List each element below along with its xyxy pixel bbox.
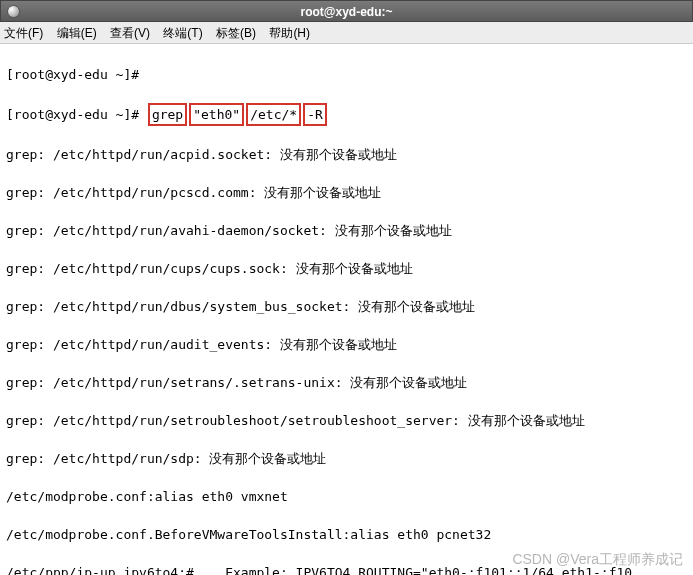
menubar: 文件(F) 编辑(E) 查看(V) 终端(T) 标签(B) 帮助(H) xyxy=(0,22,693,44)
window-icon xyxy=(7,5,20,18)
error-line: grep: /etc/httpd/run/avahi-daemon/socket… xyxy=(6,221,687,240)
menu-terminal[interactable]: 终端(T) xyxy=(163,26,202,40)
menu-tabs[interactable]: 标签(B) xyxy=(216,26,256,40)
error-line: grep: /etc/httpd/run/pcscd.comm: 没有那个设备或… xyxy=(6,183,687,202)
window-titlebar: root@xyd-edu:~ xyxy=(0,0,693,22)
menu-file[interactable]: 文件(F) xyxy=(4,26,43,40)
error-line: grep: /etc/httpd/run/cups/cups.sock: 没有那… xyxy=(6,259,687,278)
error-line: grep: /etc/httpd/run/acpid.socket: 没有那个设… xyxy=(6,145,687,164)
cmd-dir: /etc/* xyxy=(246,103,301,126)
cmd-flag: -R xyxy=(303,103,327,126)
output-line: /etc/ppp/ip-up.ipv6to4:# Example: IPV6TO… xyxy=(6,563,687,575)
prompt-line-empty: [root@xyd-edu ~]# xyxy=(6,65,687,84)
cmd-pattern: "eth0" xyxy=(189,103,244,126)
output-line: /etc/modprobe.conf.BeforeVMwareToolsInst… xyxy=(6,525,687,544)
window-title: root@xyd-edu:~ xyxy=(300,5,392,19)
command-line: [root@xyd-edu ~]# grep"eth0"/etc/*-R xyxy=(6,103,687,126)
menu-edit[interactable]: 编辑(E) xyxy=(57,26,97,40)
output-line: /etc/modprobe.conf:alias eth0 vmxnet xyxy=(6,487,687,506)
error-line: grep: /etc/httpd/run/dbus/system_bus_soc… xyxy=(6,297,687,316)
error-line: grep: /etc/httpd/run/sdp: 没有那个设备或地址 xyxy=(6,449,687,468)
cmd-grep: grep xyxy=(148,103,187,126)
terminal-area[interactable]: [root@xyd-edu ~]# [root@xyd-edu ~]# grep… xyxy=(0,44,693,575)
error-line: grep: /etc/httpd/run/audit_events: 没有那个设… xyxy=(6,335,687,354)
menu-help[interactable]: 帮助(H) xyxy=(269,26,310,40)
error-line: grep: /etc/httpd/run/setroubleshoot/setr… xyxy=(6,411,687,430)
error-line: grep: /etc/httpd/run/setrans/.setrans-un… xyxy=(6,373,687,392)
menu-view[interactable]: 查看(V) xyxy=(110,26,150,40)
